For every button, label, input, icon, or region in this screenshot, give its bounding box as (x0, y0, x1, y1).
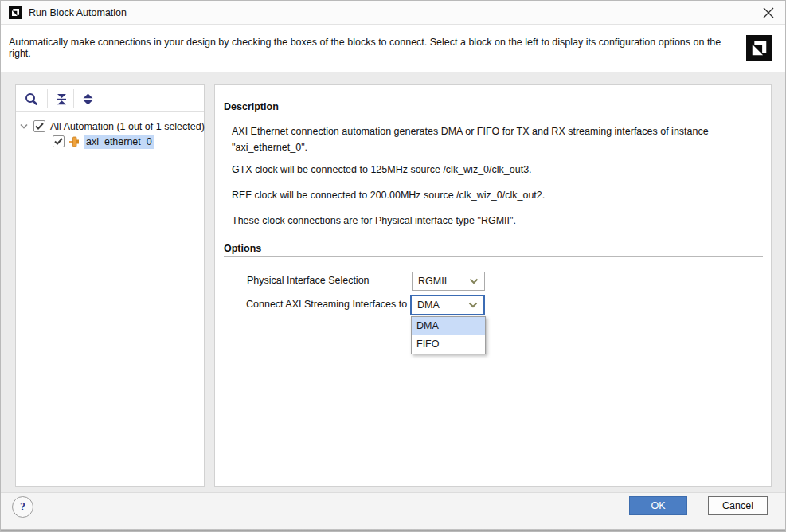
chevron-down-icon (469, 278, 479, 284)
description-paragraph: These clock connections are for Physical… (232, 213, 741, 229)
tree-label-axi-ethernet[interactable]: axi_ethernet_0 (84, 135, 154, 149)
description-paragraph: GTX clock will be connected to 125MHz so… (232, 162, 741, 178)
tree-toolbar (16, 85, 204, 112)
all-automation-checkbox[interactable] (33, 120, 45, 132)
axi-ethernet-checkbox[interactable] (53, 135, 65, 147)
tree-row-all-automation[interactable]: All Automation (1 out of 1 selected) (19, 119, 205, 134)
tree-label-all-automation[interactable]: All Automation (1 out of 1 selected) (50, 121, 205, 132)
physical-interface-select[interactable]: RGMII (412, 272, 485, 291)
toolbar-separator (73, 89, 74, 108)
chevron-down-icon (468, 302, 478, 308)
xilinx-app-icon (9, 6, 22, 19)
connect-axi-streaming-value: DMA (417, 299, 468, 311)
physical-interface-label: Physical Interface Selection (247, 275, 370, 286)
section-divider (224, 115, 763, 115)
tree-row-axi-ethernet[interactable]: axi_ethernet_0 (53, 134, 154, 149)
dialog-title: Run Block Automation (29, 7, 127, 18)
connect-axi-streaming-label: Connect AXI Streaming Interfaces to (246, 299, 407, 310)
dropdown-option-dma[interactable]: DMA (412, 317, 485, 335)
run-block-automation-dialog: Run Block Automation Automatically make … (0, 0, 786, 532)
dropdown-option-fifo[interactable]: FIFO (412, 335, 485, 354)
description-heading: Description (224, 101, 279, 112)
title-bar: Run Block Automation (1, 1, 785, 25)
options-heading: Options (224, 243, 261, 254)
header-strip: Automatically make connections in your d… (1, 25, 785, 72)
automation-tree-panel: All Automation (1 out of 1 selected) axi… (15, 84, 205, 487)
dropdown-popup: DMA FIFO (411, 316, 486, 354)
ip-block-icon (68, 135, 80, 148)
cancel-button[interactable]: Cancel (708, 496, 768, 515)
toolbar-separator (47, 89, 48, 108)
instruction-text: Automatically make connections in your d… (9, 37, 729, 59)
connect-axi-streaming-select[interactable]: DMA (410, 295, 485, 315)
amd-xilinx-logo (746, 35, 772, 61)
search-icon[interactable] (22, 89, 41, 108)
footer-bar: ? OK Cancel (1, 492, 785, 530)
window-bottom-edge (1, 529, 785, 531)
configuration-panel: Description AXI Ethernet connection auto… (214, 84, 772, 487)
ok-button[interactable]: OK (629, 496, 687, 515)
chevron-down-icon[interactable] (19, 123, 29, 129)
section-divider (224, 256, 763, 257)
description-paragraph: REF clock will be connected to 200.00MHz… (232, 187, 741, 203)
close-icon (763, 7, 774, 18)
close-button[interactable] (757, 2, 780, 23)
description-paragraph: AXI Ethernet connection automation gener… (232, 123, 741, 155)
expand-all-icon[interactable] (78, 89, 97, 108)
physical-interface-value: RGMII (418, 276, 469, 287)
help-button[interactable]: ? (12, 496, 33, 518)
dialog-body: All Automation (1 out of 1 selected) axi… (1, 72, 785, 492)
collapse-all-icon[interactable] (52, 89, 71, 108)
